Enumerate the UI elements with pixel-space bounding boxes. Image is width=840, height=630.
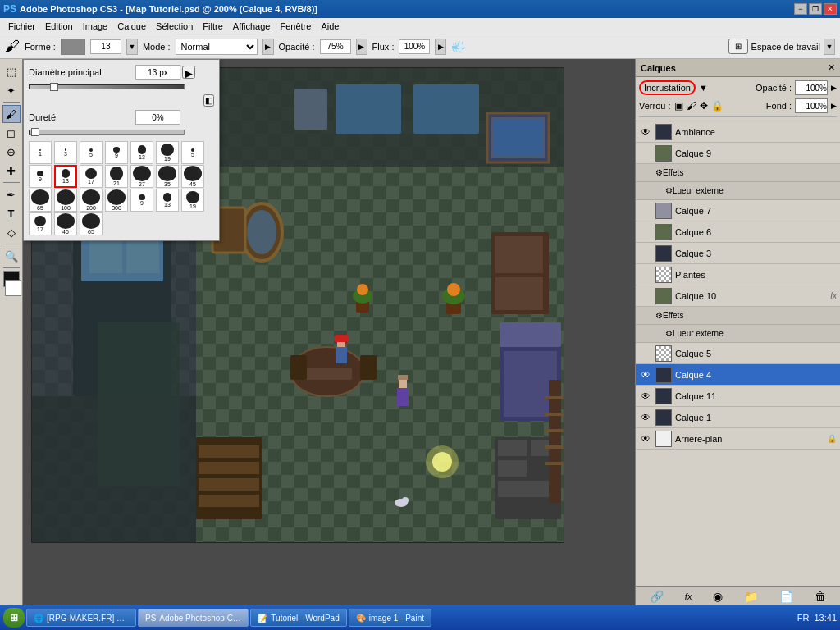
taskbar-item[interactable]: 🌐[RPG-MAKER.FR] Onir...: [26, 609, 136, 627]
menu-item-sélection[interactable]: Sélection: [151, 20, 198, 33]
menu-item-fenêtre[interactable]: Fenêtre: [275, 20, 316, 33]
layer-visibility-toggle[interactable]: [639, 204, 652, 217]
mode-arrow[interactable]: ▶: [262, 39, 274, 55]
layer-item[interactable]: 👁Calque 11: [636, 386, 840, 407]
restore-button[interactable]: ❐: [809, 3, 822, 15]
hardness-handle[interactable]: [31, 128, 39, 136]
menu-item-calque[interactable]: Calque: [112, 20, 151, 33]
taskbar-item[interactable]: PSAdobe Photoshop CS3...: [138, 609, 249, 627]
magic-wand-tool[interactable]: ✦: [2, 81, 21, 99]
diameter-input[interactable]: [135, 65, 180, 80]
layer-item[interactable]: 👁Arrière-plan🔒: [636, 428, 840, 450]
flux-arrow[interactable]: ▶: [435, 39, 446, 55]
layer-visibility-toggle[interactable]: 👁: [639, 411, 652, 424]
background-color[interactable]: [5, 280, 21, 296]
new-group-button[interactable]: 📁: [744, 590, 758, 603]
layer-item[interactable]: Calque 6: [636, 221, 840, 243]
brush-size-arrow[interactable]: ▼: [126, 39, 138, 55]
layer-visibility-toggle[interactable]: 👁: [639, 432, 652, 445]
layer-visibility-toggle[interactable]: 👁: [639, 390, 652, 403]
pen-tool[interactable]: ✒: [2, 185, 21, 203]
menu-item-edition[interactable]: Edition: [40, 20, 78, 33]
layer-mode-value[interactable]: Incrustation: [639, 80, 696, 95]
layer-visibility-toggle[interactable]: [639, 347, 652, 360]
opacity-input[interactable]: [320, 39, 351, 54]
zoom-tool[interactable]: 🔍: [2, 247, 21, 265]
layer-visibility-toggle[interactable]: [639, 226, 652, 239]
brush-cell[interactable]: 100: [54, 189, 77, 212]
lock-paint-icon[interactable]: 🖌: [687, 100, 696, 112]
layer-visibility-toggle[interactable]: 👁: [639, 126, 652, 139]
opacity-arrow-2[interactable]: ▶: [831, 84, 837, 92]
brush-cell[interactable]: 5: [181, 141, 204, 164]
menu-item-affichage[interactable]: Affichage: [228, 20, 276, 33]
fill-value-input[interactable]: [795, 98, 828, 113]
panel-icon-btn[interactable]: ◧: [203, 94, 214, 107]
layer-visibility-toggle[interactable]: 👁: [639, 368, 652, 381]
brush-tool[interactable]: 🖌: [2, 105, 21, 123]
link-layers-button[interactable]: 🔗: [650, 590, 664, 603]
menu-item-filtre[interactable]: Filtre: [198, 20, 227, 33]
opacity-value-input[interactable]: [795, 80, 828, 95]
brush-cell[interactable]: 19: [156, 141, 179, 164]
brush-cell[interactable]: 9: [29, 165, 52, 188]
layer-visibility-toggle[interactable]: [639, 147, 652, 160]
menu-item-image[interactable]: Image: [78, 20, 113, 33]
menu-item-aide[interactable]: Aide: [316, 20, 344, 33]
add-style-button[interactable]: fx: [685, 591, 692, 601]
panel-menu-icon[interactable]: ✕: [828, 62, 835, 73]
brush-cell[interactable]: 21: [105, 165, 128, 188]
brush-cell[interactable]: 45: [181, 165, 204, 188]
workspace-arrow[interactable]: ▼: [824, 39, 835, 55]
layer-item[interactable]: 👁Calque 4: [636, 364, 840, 386]
brush-cell[interactable]: 13: [130, 141, 153, 164]
fill-arrow[interactable]: ▶: [831, 102, 837, 110]
brush-cell[interactable]: 200: [80, 189, 103, 212]
brush-size-input[interactable]: [90, 39, 121, 54]
menu-item-fichier[interactable]: Fichier: [3, 20, 40, 33]
hardness-slider[interactable]: [29, 130, 185, 135]
brush-cell[interactable]: 1: [29, 141, 52, 164]
new-layer-button[interactable]: 📄: [779, 590, 793, 603]
workspace-layout-button[interactable]: ⊞: [728, 39, 748, 54]
lock-transparent-icon[interactable]: ▣: [674, 100, 683, 112]
diameter-handle[interactable]: [50, 83, 58, 91]
lock-all-icon[interactable]: 🔒: [711, 100, 724, 112]
mode-dropdown-icon[interactable]: ▼: [699, 83, 708, 93]
diameter-slider[interactable]: [29, 84, 185, 89]
brush-cell[interactable]: 19: [181, 189, 204, 212]
type-tool[interactable]: T: [2, 204, 21, 222]
layer-visibility-toggle[interactable]: [639, 268, 652, 281]
brush-cell[interactable]: 13: [156, 189, 179, 212]
brush-cell[interactable]: 5: [80, 141, 103, 164]
clone-tool[interactable]: ⊕: [2, 143, 21, 161]
diameter-arrow[interactable]: ▶: [182, 66, 195, 79]
layer-item[interactable]: 👁Ambiance: [636, 121, 840, 143]
flux-input[interactable]: [399, 39, 430, 54]
hardness-input[interactable]: [135, 110, 180, 125]
brush-cell[interactable]: 45: [54, 212, 77, 235]
layer-visibility-toggle[interactable]: [639, 290, 652, 303]
brush-cell[interactable]: 65: [80, 212, 103, 235]
brush-cell[interactable]: 17: [29, 212, 52, 235]
brush-cell[interactable]: 9: [105, 141, 128, 164]
layer-visibility-toggle[interactable]: [639, 247, 652, 260]
brush-cell[interactable]: 300: [105, 189, 128, 212]
taskbar-item[interactable]: 🎨image 1 - Paint: [349, 609, 431, 627]
layer-item[interactable]: Calque 9: [636, 143, 840, 164]
layer-item[interactable]: Plantes: [636, 264, 840, 285]
delete-layer-button[interactable]: 🗑: [815, 590, 826, 603]
brush-cell[interactable]: 35: [156, 165, 179, 188]
blend-mode-select[interactable]: Normal: [176, 39, 258, 55]
eraser-tool[interactable]: ◻: [2, 124, 21, 142]
layer-item[interactable]: Calque 3: [636, 243, 840, 264]
brush-cell[interactable]: 17: [80, 165, 103, 188]
start-button[interactable]: ⊞: [3, 608, 25, 628]
add-mask-button[interactable]: ◉: [713, 590, 723, 603]
brush-cell[interactable]: 27: [130, 165, 153, 188]
path-tool[interactable]: ◇: [2, 223, 21, 241]
brush-cell[interactable]: 3: [54, 141, 77, 164]
layer-item[interactable]: 👁Calque 1: [636, 407, 840, 428]
brush-cell[interactable]: 65: [29, 189, 52, 212]
brush-cell[interactable]: 9: [130, 189, 153, 212]
